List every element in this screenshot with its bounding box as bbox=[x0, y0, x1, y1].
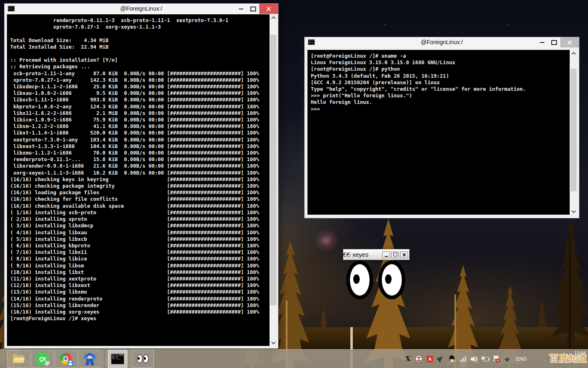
taskbar-buttons: Qt C:\_ bbox=[7, 350, 154, 368]
icbc-bank-icon[interactable] bbox=[415, 355, 423, 363]
scroll-thumb[interactable] bbox=[570, 69, 577, 191]
xeyes-minimize-button[interactable] bbox=[382, 251, 390, 258]
language-indicator[interactable]: ENG bbox=[516, 356, 527, 362]
megaman-icon bbox=[85, 353, 95, 365]
xeyes-right-eye bbox=[378, 260, 405, 299]
console-window-icon: C:\_ bbox=[111, 354, 124, 364]
taskbar-button-xeyes[interactable] bbox=[131, 350, 154, 368]
maximize-button[interactable] bbox=[247, 4, 259, 14]
maximize-button[interactable] bbox=[548, 37, 560, 47]
network-signal-icon[interactable] bbox=[459, 355, 467, 363]
xeyes-window-title: xeyes bbox=[352, 251, 368, 258]
minimize-button[interactable] bbox=[235, 4, 247, 14]
console-output: [root@ForeignLinux /]# uname -a Linux Fo… bbox=[307, 50, 570, 215]
scroll-up-arrow[interactable] bbox=[570, 50, 577, 57]
adobe-icon[interactable]: A bbox=[426, 355, 434, 363]
power-plug-icon[interactable] bbox=[481, 355, 489, 363]
qt-glyph: Qt bbox=[39, 355, 46, 362]
close-button[interactable] bbox=[560, 37, 579, 47]
terminal-window-pacman[interactable]: C:\_ @ForeignLinux:/ renderproto-0.11.1-… bbox=[4, 3, 278, 349]
qt-creator-icon: Qt bbox=[36, 353, 49, 365]
taskbar-separator bbox=[106, 350, 106, 368]
taskbar: Qt C:\_ bbox=[0, 349, 588, 368]
scroll-thumb[interactable] bbox=[270, 35, 276, 305]
taskbar-button-megaman[interactable] bbox=[78, 350, 101, 368]
baidu-zhidao-watermark: 百度知道 bbox=[550, 352, 587, 365]
scrollbar[interactable] bbox=[270, 14, 276, 346]
xeyes-icon bbox=[343, 252, 350, 257]
taskbar-separator bbox=[103, 350, 103, 368]
titlebar[interactable]: C:\_ @ForeignLinux:/ bbox=[305, 37, 579, 48]
taskbar-button-file-explorer[interactable] bbox=[7, 350, 30, 368]
taskbar-button-qt-creator[interactable]: Qt bbox=[31, 350, 54, 368]
chrome-icon bbox=[60, 353, 72, 365]
close-button[interactable] bbox=[259, 4, 278, 14]
pink-nebula bbox=[314, 229, 339, 252]
console-glyph: C:\_ bbox=[111, 356, 124, 360]
taskbar-button-chrome[interactable] bbox=[55, 350, 78, 368]
xeyes-left-eye bbox=[346, 260, 373, 299]
taskbar-separator bbox=[129, 350, 129, 368]
minimize-button[interactable] bbox=[536, 37, 548, 47]
scroll-down-arrow[interactable] bbox=[270, 339, 277, 346]
xeyes-taskbar-icon bbox=[137, 355, 149, 363]
qq-icon[interactable] bbox=[448, 355, 456, 363]
xeyes-right-pupil bbox=[385, 274, 392, 284]
diamond-icon[interactable] bbox=[503, 355, 511, 363]
error-badge: ✕ bbox=[496, 359, 500, 363]
paper-plane-icon[interactable] bbox=[437, 355, 445, 363]
scroll-up-arrow[interactable] bbox=[270, 14, 277, 21]
action-center-flag-icon[interactable]: ✕ bbox=[492, 355, 500, 363]
xeyes-maximize-button[interactable] bbox=[391, 251, 399, 258]
adobe-glyph: A bbox=[427, 356, 433, 362]
titlebar[interactable]: C:\_ @ForeignLinux:/ bbox=[4, 4, 278, 14]
volume-icon[interactable] bbox=[470, 355, 478, 363]
x-server-icon[interactable]: X bbox=[404, 355, 412, 363]
scroll-down-arrow[interactable] bbox=[570, 208, 577, 215]
xeyes-window-titlebar[interactable]: xeyes bbox=[343, 249, 410, 260]
scrollbar[interactable] bbox=[570, 50, 577, 215]
file-explorer-icon bbox=[13, 354, 25, 364]
xeyes-close-button[interactable] bbox=[400, 251, 408, 258]
console-output: renderproto-0.11.1-3 xcb-proto-1.11-1 xe… bbox=[7, 14, 270, 346]
taskbar-button-console-active[interactable]: C:\_ bbox=[108, 350, 127, 368]
terminal-window-python[interactable]: C:\_ @ForeignLinux:/ [root@ForeignLinux … bbox=[304, 37, 579, 218]
xeyes-left-pupil bbox=[353, 274, 360, 284]
